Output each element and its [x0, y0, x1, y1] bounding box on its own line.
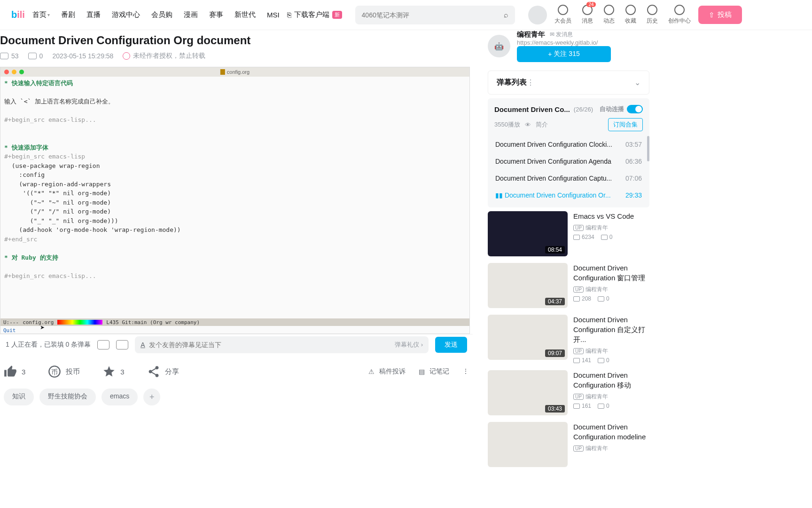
- messages-link[interactable]: 24消息: [582, 5, 593, 25]
- player-controls: 1 人正在看，已装填 0 条弹幕 A 弹幕礼仪› 发送: [0, 334, 473, 355]
- scrollbar-thumb[interactable]: [647, 136, 649, 161]
- coin-button[interactable]: 币 投币: [48, 365, 80, 378]
- reco-thumbnail: 04:37: [488, 263, 568, 308]
- up-badge-icon: UP: [573, 394, 584, 400]
- reco-item[interactable]: Document Driven Configuration modeline U…: [488, 422, 649, 467]
- playlist-intro-link[interactable]: 简介: [536, 120, 548, 129]
- download-client-button[interactable]: ⎘ 下载客户端 新: [287, 10, 342, 19]
- search-input[interactable]: [362, 11, 504, 19]
- nav-anime[interactable]: 番剧: [61, 10, 75, 19]
- robot-icon: 🤖: [494, 42, 504, 51]
- reco-item[interactable]: 04:37 Document Driven Configuration 窗口管理…: [488, 263, 649, 308]
- tag-emacs[interactable]: emacs: [102, 389, 138, 405]
- nav-home[interactable]: 首页▾: [32, 10, 50, 19]
- danmu-toggle-icon[interactable]: [97, 340, 109, 349]
- feed-icon: [604, 5, 614, 15]
- report-button[interactable]: ⚠稿件投诉: [368, 367, 406, 376]
- reco-thumbnail: 03:43: [488, 370, 568, 415]
- playlist-title[interactable]: Document Driven Co...: [494, 105, 570, 113]
- danmu-settings-icon[interactable]: [116, 340, 128, 349]
- danmu-icon: [598, 404, 604, 409]
- search-box[interactable]: ⌕: [355, 6, 515, 24]
- reco-uploader: UP编程青年: [573, 347, 649, 355]
- reco-views: 6234: [573, 234, 594, 240]
- search-icon[interactable]: ⌕: [504, 11, 508, 19]
- author-name[interactable]: 编程青年: [517, 30, 545, 39]
- close-window-icon: [4, 70, 9, 74]
- author-bio-link[interactable]: https://emacs-weekly.gitlab.io/: [517, 39, 611, 46]
- more-menu-icon[interactable]: ⋮: [462, 367, 469, 376]
- playlist-item[interactable]: Document Driven Configuration Captu...07…: [494, 170, 643, 187]
- svg-text:币: 币: [51, 368, 58, 376]
- reco-item[interactable]: 03:43 Document Driven Configuration 移动 U…: [488, 370, 649, 415]
- nav-esports[interactable]: 赛事: [209, 10, 223, 19]
- like-button[interactable]: 3: [4, 365, 25, 378]
- follow-button[interactable]: +关注 315: [517, 46, 611, 62]
- danmu-list-panel[interactable]: 弹幕列表 ⋮ ⌄: [488, 71, 649, 95]
- tag-wild[interactable]: 野生技能协会: [39, 389, 96, 405]
- playlist-item[interactable]: Document Driven Configuration Clocki...0…: [494, 136, 643, 153]
- logo[interactable]: bili: [11, 9, 25, 20]
- reco-uploader: UP编程青年: [573, 393, 649, 401]
- plus-icon: +: [548, 50, 552, 58]
- user-avatar[interactable]: [528, 6, 547, 24]
- autoplay-toggle[interactable]: [627, 105, 643, 113]
- copyright-notice: 未经作者授权，禁止转载: [123, 52, 205, 60]
- star-icon: [625, 5, 636, 15]
- tag-knowledge[interactable]: 知识: [4, 389, 34, 405]
- window-titlebar: config.org: [0, 67, 469, 77]
- share-button[interactable]: 分享: [147, 365, 179, 378]
- send-button[interactable]: 发送: [435, 337, 467, 353]
- chevron-down-icon[interactable]: ⌄: [634, 78, 640, 87]
- nav-game[interactable]: 游戏中心: [112, 10, 140, 19]
- nav-msi[interactable]: MSI: [267, 10, 280, 19]
- watching-count: 1 人正在看，已装填 0 条弹幕: [6, 341, 91, 349]
- maximize-window-icon: [19, 70, 24, 74]
- vip-link[interactable]: 大会员: [554, 5, 571, 25]
- reco-thumbnail: [488, 422, 568, 467]
- vip-icon: [558, 5, 568, 15]
- more-icon[interactable]: ⋮: [527, 78, 534, 87]
- feed-link[interactable]: 动态: [603, 5, 615, 25]
- author-card: 🤖 编程青年 ✉ 发消息 https://emacs-weekly.gitlab…: [484, 30, 653, 67]
- download-icon: ⎘: [287, 11, 291, 19]
- nav-live[interactable]: 直播: [86, 10, 101, 19]
- nav-member[interactable]: 会员购: [151, 10, 172, 19]
- mouse-cursor-icon: ➤: [40, 324, 45, 331]
- publish-date: 2023-05-15 15:29:58: [52, 52, 113, 60]
- note-button[interactable]: ▤记笔记: [419, 367, 449, 376]
- submit-button[interactable]: ⇧投稿: [698, 6, 742, 24]
- send-message-link[interactable]: ✉ 发消息: [550, 31, 573, 39]
- eye-icon: 👁: [525, 121, 531, 128]
- upload-icon: ⇧: [709, 11, 715, 19]
- font-style-icon[interactable]: A: [141, 341, 145, 349]
- danmu-input[interactable]: [149, 341, 391, 349]
- playlist-count: (26/26): [574, 106, 593, 113]
- video-actions: 3 币 投币 3 分享 ⚠稿件投诉 ▤记笔记 ⋮: [0, 355, 473, 389]
- playlist-item[interactable]: Document Driven Configuration Agenda06:3…: [494, 153, 643, 170]
- reco-uploader: UP编程青年: [573, 224, 634, 232]
- history-link[interactable]: 历史: [647, 5, 658, 25]
- play-icon: [573, 404, 580, 409]
- danmu-input-wrap: A 弹幕礼仪›: [135, 336, 429, 353]
- subscribe-button[interactable]: 订阅合集: [608, 118, 643, 131]
- nav-manga[interactable]: 漫画: [184, 10, 198, 19]
- danmu-icon: [598, 296, 604, 302]
- playlist-item-active[interactable]: ▮▮ Document Driven Configuration Or...29…: [494, 187, 643, 204]
- reco-item[interactable]: 08:54 Emacs vs VS Code UP编程青年 62340: [488, 211, 649, 256]
- danmu-etiquette-link[interactable]: 弹幕礼仪›: [395, 341, 423, 349]
- add-tag-button[interactable]: +: [143, 389, 160, 405]
- reco-item[interactable]: 09:07 Document Driven Configuration 自定义打…: [488, 315, 649, 364]
- favorites-link[interactable]: 收藏: [625, 5, 636, 25]
- reco-danmu: 0: [598, 403, 609, 409]
- play-icon: [573, 296, 580, 302]
- bulb-icon: [674, 5, 685, 15]
- video-player[interactable]: config.org * 快速输入特定语言代码 输入 `<` 加上语言名称完成自…: [0, 67, 470, 334]
- favorite-button[interactable]: 3: [102, 365, 124, 378]
- nav-newgen[interactable]: 新世代: [234, 10, 256, 19]
- author-avatar[interactable]: 🤖: [488, 35, 510, 57]
- reco-views: 208: [573, 295, 591, 302]
- creator-link[interactable]: 创作中心: [668, 5, 691, 25]
- reco-title: Emacs vs VS Code: [573, 211, 634, 221]
- warning-icon: ⚠: [368, 368, 375, 375]
